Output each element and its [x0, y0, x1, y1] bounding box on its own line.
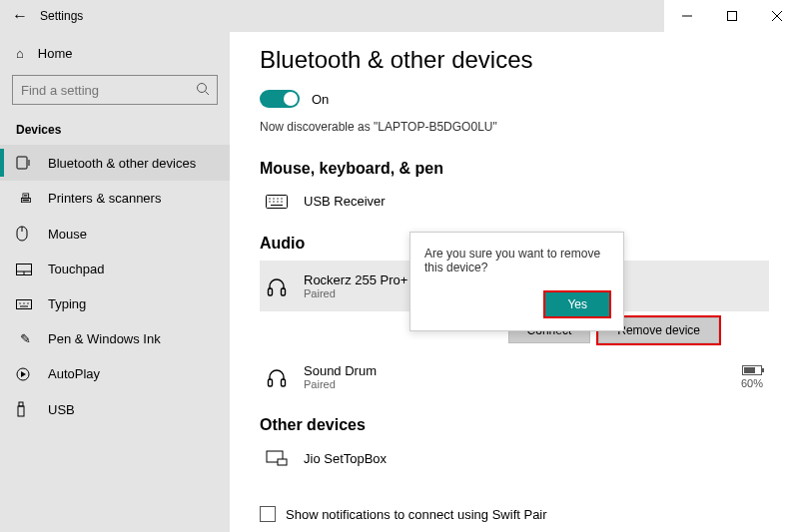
yes-button[interactable]: Yes	[545, 292, 609, 316]
nav-usb[interactable]: USB	[0, 391, 230, 427]
svg-point-28	[273, 201, 274, 202]
home-link[interactable]: ⌂ Home	[0, 38, 230, 69]
nav-pen[interactable]: ✎ Pen & Windows Ink	[0, 321, 230, 356]
svg-point-16	[27, 302, 28, 303]
close-button[interactable]	[754, 0, 799, 32]
page-title: Bluetooth & other devices	[260, 46, 769, 74]
svg-rect-35	[282, 379, 286, 386]
nav-label: AutoPlay	[48, 366, 100, 381]
section-mouse-keyboard: Mouse, keyboard, & pen	[260, 160, 769, 178]
window-title: Settings	[40, 9, 83, 23]
maximize-icon	[727, 11, 737, 21]
device-name: USB Receiver	[304, 194, 386, 209]
svg-point-30	[281, 201, 282, 202]
device-status: Paired	[304, 287, 407, 299]
section-header: Devices	[0, 113, 230, 145]
discoverable-text: Now discoverable as "LAPTOP-B5DGO0LU"	[260, 120, 769, 134]
titlebar: ← Settings	[0, 0, 799, 32]
nav-touchpad[interactable]: Touchpad	[0, 252, 230, 286]
confirm-popup: Are you sure you want to remove this dev…	[409, 232, 624, 331]
svg-rect-32	[269, 288, 273, 295]
keyboard-icon	[16, 299, 34, 309]
nav-label: Pen & Windows Ink	[48, 331, 161, 346]
nav-autoplay[interactable]: AutoPlay	[0, 356, 230, 391]
popup-message: Are you sure you want to remove this dev…	[424, 247, 609, 274]
svg-line-5	[206, 92, 210, 96]
nav-mouse[interactable]: Mouse	[0, 216, 230, 252]
svg-point-29	[277, 201, 278, 202]
svg-rect-21	[19, 402, 23, 406]
close-icon	[772, 11, 782, 21]
device-name: Jio SetTopBox	[304, 451, 387, 466]
settop-icon	[266, 450, 290, 466]
device-status: Paired	[304, 378, 377, 390]
nav-label: Bluetooth & other devices	[48, 156, 196, 171]
battery-percent: 60%	[741, 377, 763, 389]
search-input[interactable]	[12, 75, 218, 105]
mouse-icon	[16, 226, 34, 242]
headphones-icon	[266, 275, 290, 297]
back-button[interactable]: ←	[0, 7, 40, 25]
svg-point-4	[198, 84, 207, 93]
toggle-label: On	[312, 92, 329, 107]
minimize-button[interactable]	[664, 0, 709, 32]
nav-label: USB	[48, 402, 75, 417]
svg-point-15	[23, 302, 24, 303]
nav-printers[interactable]: 🖶 Printers & scanners	[0, 181, 230, 216]
keyboard-icon	[266, 195, 290, 209]
svg-point-26	[281, 198, 282, 199]
maximize-button[interactable]	[709, 0, 754, 32]
nav-typing[interactable]: Typing	[0, 286, 230, 321]
svg-rect-13	[17, 299, 32, 308]
device-jio[interactable]: Jio SetTopBox	[260, 442, 769, 474]
sidebar: ⌂ Home Devices Bluetooth & other devices…	[0, 32, 230, 532]
device-name: Sound Drum	[304, 363, 377, 378]
svg-rect-6	[17, 157, 27, 169]
nav-label: Typing	[48, 296, 86, 311]
svg-point-27	[269, 201, 270, 202]
minimize-icon	[682, 11, 692, 21]
svg-rect-37	[278, 459, 287, 465]
swift-pair-checkbox-row[interactable]: Show notifications to connect using Swif…	[260, 492, 769, 522]
headphones-icon	[266, 366, 290, 388]
pen-icon: ✎	[16, 331, 34, 346]
bluetooth-icon	[16, 155, 34, 171]
nav-bluetooth[interactable]: Bluetooth & other devices	[0, 145, 230, 181]
printer-icon: 🖶	[16, 191, 34, 206]
home-label: Home	[38, 46, 73, 61]
svg-rect-1	[727, 12, 736, 21]
svg-rect-20	[18, 406, 24, 416]
touchpad-icon	[16, 264, 34, 275]
battery-indicator: 60%	[741, 365, 763, 389]
checkbox[interactable]	[260, 506, 276, 522]
svg-point-24	[273, 198, 274, 199]
usb-icon	[16, 401, 34, 417]
section-other: Other devices	[260, 416, 769, 434]
home-icon: ⌂	[16, 46, 24, 61]
autoplay-icon	[16, 367, 34, 381]
nav-label: Printers & scanners	[48, 191, 161, 206]
device-usb-receiver[interactable]: USB Receiver	[260, 186, 769, 217]
device-name: Rockerz 255 Pro+	[304, 272, 407, 287]
svg-point-14	[19, 302, 20, 303]
svg-rect-33	[282, 288, 286, 295]
svg-marker-19	[21, 371, 26, 377]
checkbox-label: Show notifications to connect using Swif…	[286, 507, 547, 522]
nav-label: Touchpad	[48, 262, 104, 276]
search-icon	[196, 82, 210, 96]
device-sound-drum[interactable]: Sound Drum Paired 60%	[260, 355, 769, 398]
battery-icon	[742, 365, 762, 375]
bluetooth-toggle[interactable]	[260, 90, 300, 108]
nav-label: Mouse	[48, 227, 87, 242]
svg-point-25	[277, 198, 278, 199]
svg-rect-34	[269, 379, 273, 386]
svg-point-23	[269, 198, 270, 199]
